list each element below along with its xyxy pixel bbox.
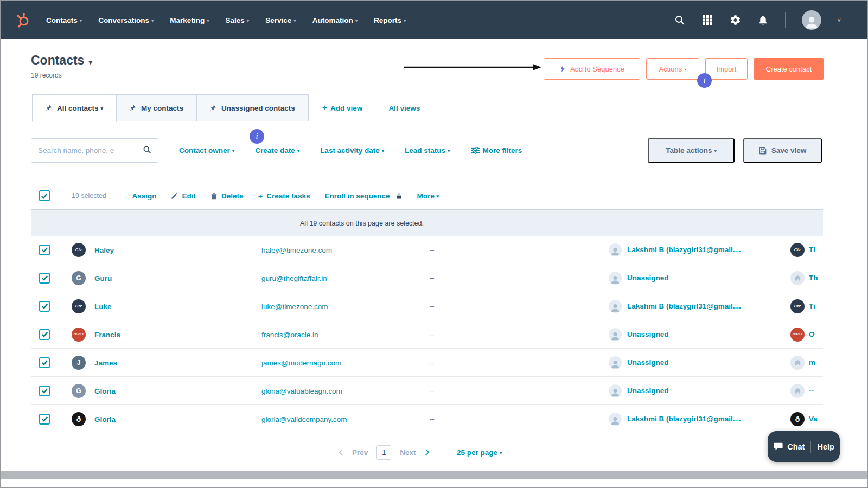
- filter-contact-owner[interactable]: Contact owner: [179, 146, 234, 155]
- edit-button[interactable]: Edit: [171, 192, 196, 200]
- contact-email[interactable]: luke@timezone.com: [261, 303, 328, 311]
- nav-item-conversations[interactable]: Conversations: [90, 1, 162, 39]
- company-name[interactable]: Th: [809, 274, 818, 282]
- row-checkbox[interactable]: [39, 329, 50, 340]
- contact-owner[interactable]: Unassigned: [627, 387, 669, 395]
- chat-button[interactable]: Chat: [773, 442, 805, 451]
- settings-gear-icon[interactable]: [730, 15, 741, 26]
- next-page-button[interactable]: Next: [400, 448, 416, 457]
- contact-email[interactable]: francis@oracle.in: [261, 331, 318, 339]
- contact-name[interactable]: Haley: [94, 246, 114, 254]
- tab-my-contacts[interactable]: My contacts: [116, 94, 197, 121]
- table-actions-button[interactable]: Table actions: [648, 138, 735, 163]
- company-avatar: [790, 271, 805, 285]
- search-input[interactable]: [38, 146, 138, 155]
- contact-owner[interactable]: Lakshmi B (blazygirl31@gmail....: [627, 246, 741, 254]
- nav-item-service[interactable]: Service: [257, 1, 304, 39]
- contact-owner[interactable]: Lakshmi B (blazygirl31@gmail....: [627, 415, 741, 423]
- nav-item-contacts[interactable]: Contacts: [38, 1, 90, 39]
- contact-name[interactable]: Gloria: [94, 387, 116, 395]
- bottom-scroll-strip[interactable]: [1, 471, 867, 479]
- nav-item-marketing[interactable]: Marketing: [162, 1, 217, 39]
- enroll-in-sequence-button[interactable]: Enroll in sequence: [325, 192, 403, 200]
- contact-name[interactable]: Gloria: [94, 415, 116, 423]
- delete-button[interactable]: Delete: [210, 192, 244, 200]
- notifications-bell-icon[interactable]: [757, 15, 769, 26]
- tab-unassigned-contacts[interactable]: Unassigned contacts: [196, 94, 309, 121]
- contact-name[interactable]: Luke: [94, 303, 112, 311]
- contact-avatar: J: [72, 356, 86, 370]
- filter-create-date[interactable]: Create date: [255, 146, 299, 155]
- filter-lead-status[interactable]: Lead status: [405, 146, 450, 155]
- user-avatar[interactable]: [802, 10, 821, 30]
- filter-last-activity-date[interactable]: Last activity date: [320, 146, 384, 155]
- contact-name[interactable]: Francis: [94, 331, 120, 339]
- company-name[interactable]: Va: [809, 415, 818, 423]
- save-view-button[interactable]: Save view: [743, 138, 822, 163]
- contact-email[interactable]: guru@thegiftaffair.in: [261, 274, 327, 282]
- select-all-checkbox[interactable]: [39, 190, 50, 201]
- assign-button[interactable]: →Assign: [121, 192, 157, 200]
- contact-avatar: ð: [72, 412, 86, 426]
- create-contact-button[interactable]: Create contact: [754, 58, 824, 80]
- all-views-link[interactable]: All views: [388, 104, 420, 112]
- more-button[interactable]: More: [417, 192, 439, 200]
- row-checkbox[interactable]: [39, 357, 50, 368]
- contact-email[interactable]: gloria@valuableagri.com: [261, 387, 342, 395]
- add-view-link[interactable]: +Add view: [322, 103, 363, 113]
- actions-button[interactable]: Actions: [646, 58, 699, 80]
- company-name[interactable]: Ti: [809, 302, 815, 310]
- contact-avatar: Ctz: [72, 243, 86, 257]
- company-name[interactable]: Ti: [809, 246, 815, 254]
- last-activity: --: [430, 387, 609, 395]
- contact-name[interactable]: Guru: [94, 274, 112, 282]
- contact-owner[interactable]: Lakshmi B (blazygirl31@gmail....: [627, 302, 741, 310]
- row-checkbox[interactable]: [39, 273, 50, 284]
- top-navigation-bar: Contacts Conversations Marketing Sales S…: [1, 1, 867, 39]
- header-action-buttons: Add to Sequence Actions Import Create co…: [544, 58, 824, 80]
- nav-item-automation[interactable]: Automation: [304, 1, 366, 39]
- contact-email[interactable]: gloria@validcompany.com: [261, 415, 347, 423]
- company-name[interactable]: --: [809, 387, 814, 395]
- contact-email[interactable]: haley@timezone.com: [261, 246, 332, 254]
- contact-email[interactable]: james@modernagri.com: [261, 359, 341, 367]
- owner-avatar-icon: [609, 356, 622, 369]
- row-checkbox[interactable]: [39, 301, 50, 312]
- nav-item-reports[interactable]: Reports: [366, 1, 414, 39]
- chat-help-widget: Chat Help: [768, 431, 840, 462]
- search-icon[interactable]: [143, 145, 151, 156]
- company-name[interactable]: m: [809, 358, 815, 367]
- create-tasks-button[interactable]: +Create tasks: [258, 191, 310, 201]
- prev-page-button[interactable]: Prev: [352, 448, 368, 457]
- contact-owner[interactable]: Unassigned: [627, 274, 669, 282]
- table-row: ORACLE Francis francis@oracle.in -- Unas…: [31, 320, 823, 349]
- row-checkbox[interactable]: [39, 245, 50, 255]
- add-to-sequence-button[interactable]: Add to Sequence: [544, 58, 640, 80]
- record-count: 19 records: [31, 72, 92, 79]
- search-icon[interactable]: [674, 15, 686, 26]
- nav-item-sales[interactable]: Sales: [218, 1, 258, 39]
- contact-owner[interactable]: Unassigned: [627, 330, 669, 338]
- hubspot-logo-icon[interactable]: [15, 12, 30, 28]
- contact-avatar: G: [72, 271, 86, 285]
- marketplace-grid-icon[interactable]: [702, 15, 713, 26]
- table-row: ð Gloria gloria@validcompany.com -- Laks…: [31, 405, 823, 433]
- user-menu-chevron-icon[interactable]: ˅: [838, 17, 841, 23]
- company-name[interactable]: O: [809, 330, 815, 338]
- table-row: Ctz Luke luke@timezone.com -- Lakshmi B …: [31, 292, 823, 320]
- chevron-left-icon[interactable]: [339, 448, 343, 456]
- title-dropdown-chevron-icon[interactable]: ▾: [88, 58, 92, 66]
- contact-avatar: Ctz: [72, 299, 86, 313]
- row-checkbox[interactable]: [39, 414, 50, 425]
- row-checkbox[interactable]: [39, 386, 50, 396]
- import-button[interactable]: Import: [705, 58, 748, 80]
- current-page-button[interactable]: 1: [376, 445, 391, 460]
- per-page-selector[interactable]: 25 per page: [457, 442, 502, 463]
- contact-owner[interactable]: Unassigned: [627, 358, 669, 367]
- more-filters-button[interactable]: More filters: [471, 146, 522, 155]
- help-button[interactable]: Help: [817, 442, 834, 451]
- contact-name[interactable]: James: [94, 359, 117, 367]
- last-activity: --: [430, 246, 609, 254]
- chevron-right-icon[interactable]: [425, 448, 430, 456]
- tab-all-contacts[interactable]: All contacts: [32, 94, 117, 122]
